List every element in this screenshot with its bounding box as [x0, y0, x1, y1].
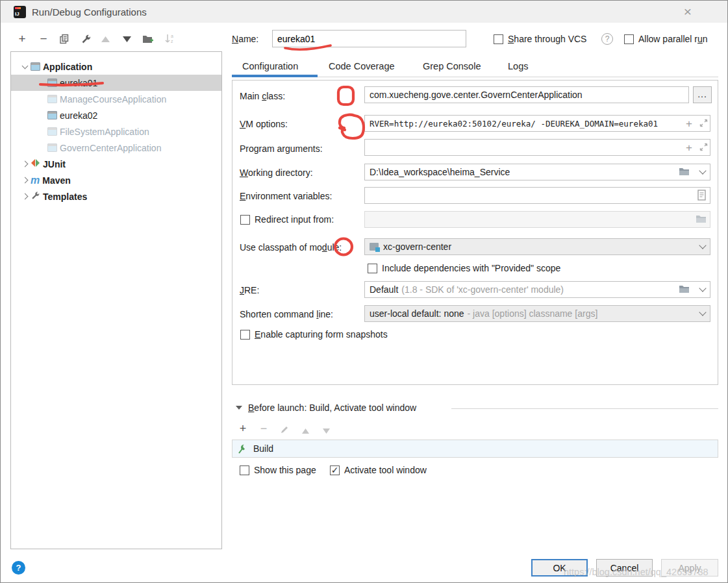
tree-item-label: JUnit: [43, 159, 66, 169]
add-configuration-button[interactable]: +: [15, 32, 29, 46]
create-folder-icon[interactable]: [141, 32, 155, 46]
redirect-input-checkbox[interactable]: [240, 215, 250, 225]
provided-scope-label: Include dependencies with "Provided" sco…: [382, 263, 560, 273]
name-label: Name:: [232, 34, 258, 44]
tree-group-junit[interactable]: JUnit: [11, 156, 221, 172]
tree-item-eureka01[interactable]: eureka01: [11, 75, 221, 91]
before-launch-edit-icon[interactable]: [277, 423, 292, 437]
jre-combo[interactable]: Default (1.8 - SDK of 'xc-govern-center'…: [364, 281, 710, 298]
watermark: https://blog.csdn.net/qq_42659738: [564, 567, 709, 577]
tab-grep-console[interactable]: Grep Console: [423, 61, 481, 71]
application-icon: [47, 79, 57, 87]
share-vcs-checkbox[interactable]: [494, 34, 503, 44]
main-class-value: com.xuecheng.gove.center.GovernCenterApp…: [370, 90, 583, 100]
before-launch-add-icon[interactable]: +: [236, 421, 250, 436]
tree-item-eureka02[interactable]: eureka02: [11, 107, 221, 123]
templates-wrench-icon: [31, 191, 40, 203]
tree-item-filesystemapplication[interactable]: FileSystemApplication: [11, 123, 221, 140]
chevron-right-icon[interactable]: [21, 193, 28, 200]
tab-configuration[interactable]: Configuration: [242, 61, 298, 71]
program-arguments-field[interactable]: [364, 139, 710, 156]
name-input[interactable]: [272, 30, 466, 47]
sort-alphabetically-icon[interactable]: az: [162, 32, 177, 46]
before-launch-down-icon[interactable]: [319, 424, 333, 438]
before-launch-task-build[interactable]: Build: [232, 440, 718, 458]
before-launch-title: Before launch: Build, Activate tool wind…: [248, 403, 416, 413]
application-type-icon: [31, 62, 40, 71]
jre-value: Default: [370, 284, 398, 295]
module-classpath-label: Use classpath of module:: [240, 242, 342, 253]
move-down-icon[interactable]: [119, 32, 134, 46]
redirect-input-label: Redirect input from:: [255, 214, 334, 225]
vm-options-expand-icon[interactable]: [699, 119, 708, 127]
jre-hint: (1.8 - SDK of 'xc-govern-center' module): [401, 284, 564, 295]
program-arguments-expand-icon[interactable]: [699, 143, 708, 151]
program-arguments-add-icon[interactable]: +: [686, 142, 692, 155]
before-launch-collapse-icon[interactable]: [236, 406, 242, 410]
module-combo[interactable]: xc-govern-center: [364, 238, 710, 255]
junit-icon: [31, 158, 40, 169]
tree-item-label: eureka02: [60, 110, 97, 121]
copy-configuration-icon[interactable]: [57, 32, 71, 46]
application-icon: [47, 143, 57, 152]
shorten-cmd-label: Shorten command line:: [240, 309, 333, 319]
snapshots-label: Enable capturing form snapshots: [255, 329, 388, 340]
tree-item-governcenterapplication[interactable]: GovernCenterApplication: [11, 140, 221, 156]
tab-code-coverage[interactable]: Code Coverage: [329, 61, 395, 71]
tree-group-application[interactable]: Application: [11, 58, 221, 75]
snapshots-checkbox[interactable]: [240, 330, 250, 340]
show-this-page-checkbox[interactable]: [240, 465, 249, 475]
tree-group-maven[interactable]: m Maven: [11, 172, 221, 188]
help-button[interactable]: ?: [12, 561, 25, 575]
provided-scope-checkbox[interactable]: [368, 264, 377, 273]
working-directory-label: Working directory:: [240, 167, 313, 178]
active-tab-underline: [232, 75, 318, 77]
move-up-icon[interactable]: [98, 32, 112, 46]
tree-item-label: Templates: [43, 192, 87, 202]
hammer-icon: [238, 443, 248, 454]
tree-item-label: FileSystemApplication: [60, 127, 149, 137]
allow-parallel-checkbox[interactable]: [624, 34, 634, 44]
chevron-right-icon[interactable]: [21, 177, 28, 184]
main-class-browse-button[interactable]: ...: [693, 86, 712, 103]
jre-folder-icon[interactable]: [679, 285, 690, 295]
working-directory-folder-icon[interactable]: [679, 167, 690, 178]
intellij-logo-icon: IJ: [14, 6, 26, 18]
tree-item-label: Application: [43, 62, 92, 72]
environment-variables-field[interactable]: [364, 187, 710, 204]
edit-templates-wrench-icon[interactable]: [79, 32, 93, 46]
svg-text:z: z: [171, 39, 173, 43]
tree-item-label: eureka01: [60, 78, 97, 88]
chevron-right-icon[interactable]: [21, 161, 28, 167]
shorten-cmd-combo[interactable]: user-local default: none - java [options…: [364, 305, 710, 322]
module-icon: [370, 243, 379, 251]
shorten-cmd-value: user-local default: none: [370, 308, 464, 319]
environment-variables-browse-icon[interactable]: [697, 190, 706, 203]
tree-item-label: Maven: [42, 175, 71, 186]
tree-item-label: ManageCourseApplication: [60, 94, 166, 105]
tree-item-label: GovernCenterApplication: [60, 143, 161, 153]
activate-tool-window-checkbox[interactable]: ✓: [330, 465, 340, 475]
main-class-field[interactable]: com.xuecheng.gove.center.GovernCenterApp…: [364, 86, 689, 103]
allow-parallel-label: Allow parallel run: [638, 34, 708, 44]
chevron-down-icon[interactable]: [21, 62, 28, 69]
vm-options-field[interactable]: RVER=http://eureka02:50102/eureka/ -DEUR…: [364, 115, 710, 132]
vcs-help-icon[interactable]: ?: [601, 33, 613, 45]
working-directory-field[interactable]: D:\Idea_workspace\heima_Service: [364, 164, 710, 180]
vm-options-add-icon[interactable]: +: [686, 118, 692, 130]
redirect-input-folder-icon: [696, 215, 707, 225]
remove-configuration-button[interactable]: −: [36, 32, 51, 46]
close-icon[interactable]: ×: [678, 5, 697, 20]
tab-logs[interactable]: Logs: [508, 61, 528, 71]
configurations-tree: Application eureka01 ManageCourseApplica…: [10, 51, 222, 549]
before-launch-up-icon[interactable]: [298, 424, 312, 438]
build-task-label: Build: [253, 443, 273, 454]
maven-icon: m: [31, 176, 40, 185]
svg-text:a: a: [171, 34, 173, 38]
environment-variables-label: Environment variables:: [240, 191, 332, 201]
before-launch-remove-icon[interactable]: −: [257, 421, 271, 436]
shorten-cmd-hint: - java [options] classname [args]: [468, 308, 598, 319]
tree-group-templates[interactable]: Templates: [11, 188, 221, 205]
tree-item-managecourseapplication[interactable]: ManageCourseApplication: [11, 91, 221, 107]
working-directory-value: D:\Idea_workspace\heima_Service: [370, 167, 510, 177]
